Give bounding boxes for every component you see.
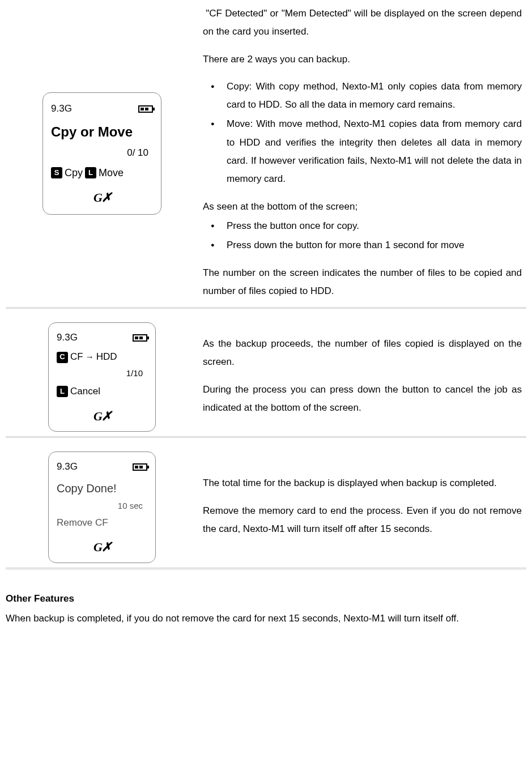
other-features-heading: Other Features bbox=[6, 590, 526, 608]
paragraph: Remove the memory card to end the proces… bbox=[203, 502, 522, 539]
list-item: Move: With move method, Nexto-M1 copies … bbox=[227, 115, 522, 188]
file-counter: 1/10 bbox=[57, 365, 147, 382]
screenshot-cell-2: 9.3G C CF → HDD 1/10 L Cancel G✗ bbox=[6, 318, 198, 436]
list-item: Press down the button for more than 1 se… bbox=[227, 236, 522, 254]
paragraph: There are 2 ways you can backup. bbox=[203, 50, 522, 69]
other-features-text: When backup is completed, if you do not … bbox=[6, 610, 526, 628]
remove-message: Remove CF bbox=[57, 514, 147, 532]
device-logo: G✗ bbox=[57, 404, 147, 428]
arrow-right-icon: → bbox=[86, 349, 94, 365]
battery-icon bbox=[138, 105, 153, 113]
key-l-label: Move bbox=[99, 163, 124, 182]
description-cell-3: The total time for the backup is display… bbox=[198, 447, 526, 568]
copy-dst: HDD bbox=[96, 348, 117, 366]
key-s-icon: S bbox=[51, 167, 62, 178]
key-c-icon: C bbox=[57, 352, 68, 363]
device-screen-done: 9.3G Copy Done! 10 sec Remove CF G✗ bbox=[48, 451, 156, 563]
device-logo: G✗ bbox=[51, 186, 153, 210]
list-item: Copy: With copy method, Nexto-M1 only co… bbox=[227, 78, 522, 114]
backup-methods-list: Copy: With copy method, Nexto-M1 only co… bbox=[203, 78, 522, 189]
paragraph: As the backup proceeds, the number of fi… bbox=[203, 335, 522, 372]
key-l-icon: L bbox=[85, 167, 96, 178]
paragraph: The total time for the backup is display… bbox=[203, 474, 522, 492]
table-row: 9.3G Copy Done! 10 sec Remove CF G✗ The … bbox=[6, 447, 526, 568]
list-item: Press the button once for copy. bbox=[227, 217, 522, 235]
table-row: 9.3G Cpy or Move 0/ 10 S Cpy L Move G✗ "… bbox=[6, 0, 526, 307]
screenshot-cell-3: 9.3G Copy Done! 10 sec Remove CF G✗ bbox=[6, 447, 198, 568]
content-table: 9.3G Cpy or Move 0/ 10 S Cpy L Move G✗ "… bbox=[6, 0, 526, 578]
paragraph: As seen at the bottom of the screen; bbox=[203, 198, 522, 216]
key-s-label: Cpy bbox=[65, 163, 83, 182]
elapsed-time: 10 sec bbox=[57, 498, 147, 514]
paragraph: The number on the screen indicates the n… bbox=[203, 264, 522, 301]
screen-title: Cpy or Move bbox=[51, 119, 153, 145]
battery-icon bbox=[133, 463, 147, 471]
file-counter: 0/ 10 bbox=[51, 144, 153, 162]
copy-src: CF bbox=[70, 348, 83, 366]
device-screen-cpy-move: 9.3G Cpy or Move 0/ 10 S Cpy L Move G✗ bbox=[42, 92, 161, 215]
key-l-icon: L bbox=[57, 386, 68, 397]
storage-size: 9.3G bbox=[57, 329, 78, 347]
battery-icon bbox=[133, 334, 147, 342]
description-cell-1: "CF Detected" or "Mem Detected" will be … bbox=[198, 0, 526, 307]
screenshot-cell-1: 9.3G Cpy or Move 0/ 10 S Cpy L Move G✗ bbox=[6, 0, 198, 307]
key-l-label: Cancel bbox=[70, 382, 100, 401]
storage-size: 9.3G bbox=[51, 100, 72, 118]
device-logo: G✗ bbox=[57, 535, 147, 559]
storage-size: 9.3G bbox=[57, 458, 78, 476]
paragraph: During the process you can press down th… bbox=[203, 381, 522, 418]
screen-title: Copy Done! bbox=[57, 478, 147, 499]
button-actions-list: Press the button once for copy. Press do… bbox=[203, 217, 522, 255]
device-screen-progress: 9.3G C CF → HDD 1/10 L Cancel G✗ bbox=[48, 322, 156, 432]
table-row: 9.3G C CF → HDD 1/10 L Cancel G✗ As the … bbox=[6, 318, 526, 436]
paragraph: "CF Detected" or "Mem Detected" will be … bbox=[203, 5, 522, 41]
description-cell-2: As the backup proceeds, the number of fi… bbox=[198, 318, 526, 436]
